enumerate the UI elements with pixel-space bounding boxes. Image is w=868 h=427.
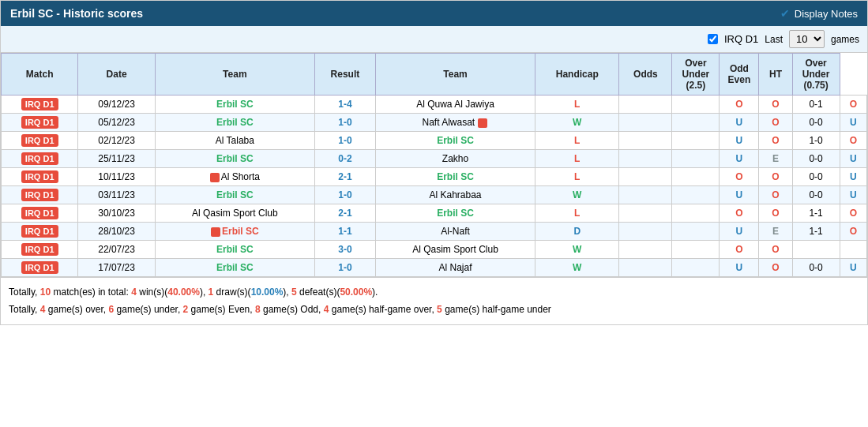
result-cell[interactable]: 1-4 <box>314 96 375 114</box>
date-cell: 02/12/23 <box>78 132 155 150</box>
display-notes-check[interactable]: ✔ <box>780 7 790 20</box>
result-cell[interactable]: 0-2 <box>314 150 375 168</box>
oe-cell: O <box>759 168 792 186</box>
ht-cell: 1-1 <box>792 204 840 223</box>
col-ht: HT <box>759 54 792 96</box>
odds-cell <box>672 259 720 277</box>
last-games-select[interactable]: 10 20 30 <box>789 30 825 48</box>
team1-cell[interactable]: Erbil SC <box>155 150 314 168</box>
outcome-cell: W <box>535 241 619 259</box>
result-cell[interactable]: 3-0 <box>314 241 375 259</box>
result-cell[interactable]: 2-1 <box>314 168 375 186</box>
team1-cell[interactable]: Erbil SC <box>155 223 314 241</box>
ht-cell: 0-0 <box>792 168 840 186</box>
odds-cell <box>672 241 720 259</box>
team2-cell[interactable]: Al Kahrabaa <box>376 186 535 204</box>
ou075-cell: U <box>840 168 866 186</box>
team1-cell[interactable]: Al Shorta <box>155 168 314 186</box>
result-cell[interactable]: 1-1 <box>314 223 375 241</box>
outcome-cell: L <box>535 132 619 150</box>
team1-cell[interactable]: Al Qasim Sport Club <box>155 204 314 223</box>
date-cell: 09/12/23 <box>78 96 155 114</box>
handicap-cell <box>619 150 672 168</box>
team1-cell[interactable]: Erbil SC <box>155 241 314 259</box>
outcome-cell: W <box>535 186 619 204</box>
team2-cell[interactable]: Al Quwa Al Jawiya <box>376 96 535 114</box>
outcome-cell: L <box>535 204 619 223</box>
handicap-cell <box>619 241 672 259</box>
oe-cell: O <box>759 114 792 132</box>
ou25-cell: U <box>720 259 759 277</box>
ou25-cell: O <box>720 204 759 223</box>
match-badge[interactable]: IRQ D1 <box>2 186 78 204</box>
odds-cell <box>672 96 720 114</box>
ou25-cell: U <box>720 223 759 241</box>
team2-cell[interactable]: Erbil SC <box>376 132 535 150</box>
oe-cell: O <box>759 204 792 223</box>
handicap-cell <box>619 259 672 277</box>
outcome-cell: L <box>535 150 619 168</box>
team1-cell[interactable]: Erbil SC <box>155 114 314 132</box>
team2-cell[interactable]: Al-Naft <box>376 223 535 241</box>
match-badge[interactable]: IRQ D1 <box>2 223 78 241</box>
col-match: Match <box>2 54 78 96</box>
oe-cell: E <box>759 223 792 241</box>
result-cell[interactable]: 1-0 <box>314 132 375 150</box>
table-row: IRQ D105/12/23Erbil SC1-0Naft Alwasat WU… <box>2 114 867 132</box>
match-badge[interactable]: IRQ D1 <box>2 150 78 168</box>
ht-cell: 1-0 <box>792 132 840 150</box>
team1-cell[interactable]: Al Talaba <box>155 132 314 150</box>
result-cell[interactable]: 1-0 <box>314 186 375 204</box>
team2-cell[interactable]: Al Najaf <box>376 259 535 277</box>
irqd1-checkbox[interactable] <box>708 34 718 44</box>
match-badge[interactable]: IRQ D1 <box>2 241 78 259</box>
col-handicap: Handicap <box>535 54 619 96</box>
table-row: IRQ D128/10/23Erbil SC1-1Al-NaftDUE1-1O <box>2 223 867 241</box>
ht-cell: 0-1 <box>792 96 840 114</box>
team1-cell[interactable]: Erbil SC <box>155 186 314 204</box>
outcome-cell: D <box>535 223 619 241</box>
table-row: IRQ D103/11/23Erbil SC1-0Al KahrabaaWUO0… <box>2 186 867 204</box>
result-cell[interactable]: 1-0 <box>314 114 375 132</box>
match-badge[interactable]: IRQ D1 <box>2 204 78 223</box>
team2-cell[interactable]: Erbil SC <box>376 204 535 223</box>
result-cell[interactable]: 2-1 <box>314 204 375 223</box>
team2-cell[interactable]: Erbil SC <box>376 168 535 186</box>
ou25-cell: U <box>720 186 759 204</box>
summary-line2: Totally, 4 game(s) over, 6 game(s) under… <box>9 302 859 319</box>
team2-cell[interactable]: Al Qasim Sport Club <box>376 241 535 259</box>
display-notes-label: Display Notes <box>795 8 858 20</box>
date-cell: 22/07/23 <box>78 241 155 259</box>
games-label: games <box>831 34 859 45</box>
col-team1: Team <box>155 54 314 96</box>
last-label: Last <box>765 34 783 45</box>
odds-cell <box>672 168 720 186</box>
match-badge[interactable]: IRQ D1 <box>2 96 78 114</box>
ou25-cell: O <box>720 168 759 186</box>
table-row: IRQ D102/12/23Al Talaba1-0Erbil SCLUO1-0… <box>2 132 867 150</box>
match-badge[interactable]: IRQ D1 <box>2 168 78 186</box>
match-badge[interactable]: IRQ D1 <box>2 259 78 277</box>
match-badge[interactable]: IRQ D1 <box>2 114 78 132</box>
odds-cell <box>672 204 720 223</box>
odds-cell <box>672 132 720 150</box>
table-row: IRQ D125/11/23Erbil SC0-2ZakhoLUE0-0U <box>2 150 867 168</box>
team2-cell[interactable]: Zakho <box>376 150 535 168</box>
outcome-cell: W <box>535 259 619 277</box>
result-cell[interactable]: 1-0 <box>314 259 375 277</box>
odds-cell <box>672 186 720 204</box>
col-oe: Odd Even <box>720 54 759 96</box>
oe-cell: E <box>759 150 792 168</box>
team2-cell[interactable]: Naft Alwasat <box>376 114 535 132</box>
date-cell: 25/11/23 <box>78 150 155 168</box>
ht-cell: 0-0 <box>792 259 840 277</box>
team1-cell[interactable]: Erbil SC <box>155 259 314 277</box>
match-badge[interactable]: IRQ D1 <box>2 132 78 150</box>
handicap-cell <box>619 168 672 186</box>
team1-cell[interactable]: Erbil SC <box>155 96 314 114</box>
filter-row: IRQ D1 Last 10 20 30 games <box>1 26 867 53</box>
date-cell: 05/12/23 <box>78 114 155 132</box>
ht-cell: 0-0 <box>792 150 840 168</box>
handicap-cell <box>619 186 672 204</box>
table-row: IRQ D110/11/23Al Shorta2-1Erbil SCLOO0-0… <box>2 168 867 186</box>
